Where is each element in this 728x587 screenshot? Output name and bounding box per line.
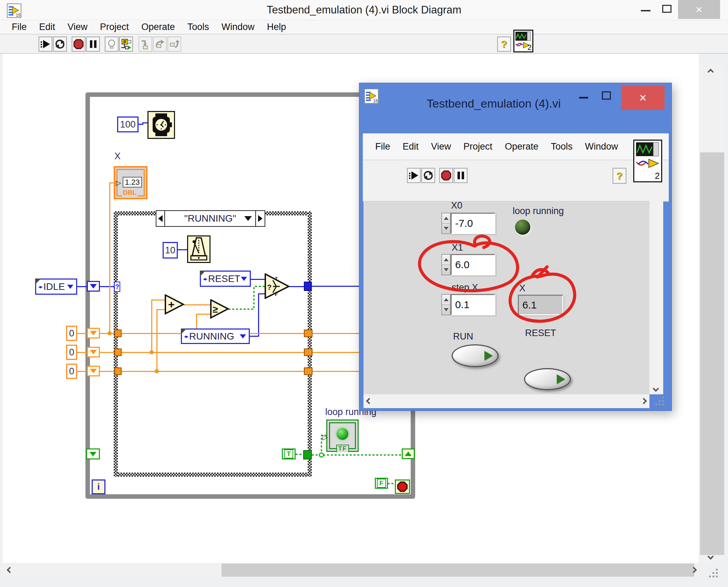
scroll-left-icon[interactable] [366,398,372,404]
case-structure-border-right[interactable] [308,211,312,477]
abort-button[interactable] [72,37,85,52]
zero-constant-3[interactable]: 0 [66,364,77,379]
tunnel-right-x1[interactable] [304,348,312,356]
step-x-control[interactable]: 0.1 [441,294,495,315]
iteration-terminal[interactable]: i [92,479,105,494]
run-continuous-button[interactable] [53,37,67,52]
menu-view[interactable]: View [61,20,94,34]
tunnel-right-bool[interactable] [303,450,312,459]
enum-constant-running[interactable]: ◂▸ RUNNING [181,328,250,344]
shift-register-state-left[interactable] [87,281,100,292]
pause-button[interactable] [86,37,100,52]
fp-horizontal-scrollbar[interactable] [363,394,649,408]
fp-menu-view[interactable]: View [425,140,457,153]
tunnel-right-step[interactable] [304,367,312,375]
run-button[interactable] [39,37,52,52]
case-prev-arrow[interactable] [156,210,165,227]
fp-menu-project[interactable]: Project [457,140,499,153]
shift-register-x1-left[interactable] [87,347,100,357]
main-vertical-scrollbar[interactable] [700,65,724,563]
loop-condition-terminal[interactable] [395,479,410,494]
case-selector[interactable]: "RUNNING" [156,210,265,227]
step-x-spinner[interactable] [441,294,451,315]
help-button[interactable]: ? [497,37,511,52]
tunnel-left-x[interactable] [114,330,122,337]
maximize-button[interactable] [656,0,676,19]
fp-vi-icon[interactable]: 2 [633,140,662,182]
fp-help-button[interactable]: ? [613,168,626,184]
zero-constant-1[interactable]: 0 [66,326,77,341]
add-node[interactable]: + [165,294,185,315]
zero-constant-2[interactable]: 0 [66,345,77,360]
menu-tools[interactable]: Tools [181,20,215,34]
main-vertical-scrollbar-thumb[interactable] [700,152,724,555]
fp-run-button-control[interactable] [452,344,499,367]
wait-multiple-constant[interactable]: 10 [163,242,178,259]
fp-reset-button-control[interactable] [524,368,571,390]
case-next-arrow[interactable] [256,210,265,227]
x0-spinner[interactable] [441,213,451,234]
case-structure-border-bottom[interactable] [114,473,312,477]
scroll-down-icon[interactable] [653,385,659,392]
fp-run-continuous-button[interactable] [421,168,435,183]
fp-minimize-button[interactable] [573,83,594,111]
menu-file[interactable]: File [6,20,33,34]
highlight-execution-button[interactable] [105,37,119,52]
x-indicator-terminal[interactable]: 1.23 ▷ DBL [114,166,147,199]
step-into-button[interactable] [139,37,152,52]
fp-run-button[interactable] [407,168,421,183]
shift-register-x-left[interactable] [87,328,100,338]
x1-control[interactable]: 6.0 [441,254,495,275]
fp-menu-edit[interactable]: Edit [397,140,425,153]
minimize-button[interactable] [636,0,656,19]
step-out-button[interactable] [167,37,181,52]
shift-register-bool-right[interactable] [402,448,415,459]
wait-ms-constant[interactable]: 100 [117,117,139,132]
fp-pause-button[interactable] [454,168,468,183]
enum-constant-idle[interactable]: ◂▸ IDLE [35,279,77,295]
fp-close-button[interactable]: × [621,86,665,110]
x1-value-field[interactable]: 6.0 [451,254,495,275]
fp-vertical-scrollbar[interactable] [649,152,663,394]
fp-menu-operate[interactable]: Operate [499,140,545,153]
case-structure-border-left[interactable] [114,211,118,477]
shift-register-step-left[interactable] [87,366,100,376]
tunnel-right-state[interactable] [304,282,312,291]
x0-value-field[interactable]: -7.0 [451,213,495,234]
fp-abort-button[interactable] [439,168,453,183]
enum-constant-reset[interactable]: ◂▸ RESET [200,271,251,287]
case-selector-label[interactable]: "RUNNING" [165,210,256,227]
step-x-value-field[interactable]: 0.1 [451,294,495,315]
greater-equal-node[interactable]: ≥ [210,299,230,319]
case-selector-tunnel[interactable]: ? [114,282,120,292]
tunnel-left-step[interactable] [114,367,122,375]
close-button[interactable]: × [678,0,720,19]
menu-project[interactable]: Project [94,20,135,34]
x1-spinner[interactable] [441,254,451,275]
vi-icon[interactable]: 2 [513,30,533,52]
menu-help[interactable]: Help [261,20,293,34]
tunnel-right-x[interactable] [304,330,312,337]
fp-menu-tools[interactable]: Tools [545,140,579,153]
false-constant[interactable]: F [375,478,388,489]
shift-register-bool-left[interactable] [86,448,100,459]
retain-wire-values-button[interactable]: P [119,37,133,52]
select-node[interactable]: ? T F [265,273,290,300]
loop-running-led-terminal[interactable]: ▷ TF [326,419,359,452]
menu-window[interactable]: Window [215,20,261,34]
x0-control[interactable]: -7.0 [441,213,495,234]
tunnel-left-x1[interactable] [114,348,122,356]
scroll-left-icon[interactable] [7,567,13,573]
main-horizontal-scrollbar[interactable] [3,564,699,577]
true-constant[interactable]: T [282,448,296,459]
scroll-up-icon[interactable] [707,69,714,75]
scroll-right-icon[interactable] [640,398,647,404]
fp-resize-grip[interactable] [654,396,665,407]
wait-until-next-multiple-node[interactable] [187,235,211,263]
x-terminal-label[interactable]: X [114,151,121,162]
fp-menu-file[interactable]: File [369,140,397,153]
window-resize-grip[interactable] [708,568,718,578]
wait-ms-node[interactable] [147,111,175,139]
fp-maximize-button[interactable] [596,83,616,111]
fp-menu-window[interactable]: Window [579,140,624,153]
